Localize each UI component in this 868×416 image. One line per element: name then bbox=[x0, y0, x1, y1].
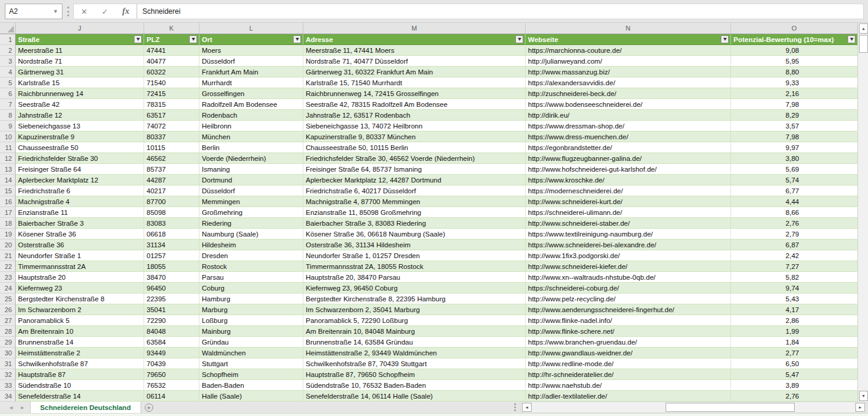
cell[interactable]: Osterstraße 36, 31134 Hildesheim bbox=[303, 240, 526, 250]
cell[interactable]: 63517 bbox=[144, 110, 199, 121]
cell[interactable]: 5,95 bbox=[731, 56, 858, 67]
sheet-tab-active[interactable]: Schneidereien Deutschland bbox=[30, 402, 141, 413]
cell[interactable]: Machnigstraße 4, 87700 Memmingen bbox=[303, 196, 526, 207]
cell[interactable]: https://www.dressman-shop.de/ bbox=[526, 121, 731, 131]
cell[interactable]: 46562 bbox=[144, 153, 199, 164]
filter-dropdown-icon[interactable] bbox=[721, 35, 729, 43]
cell[interactable]: 38470 bbox=[144, 272, 199, 283]
insert-function-icon[interactable]: fx bbox=[123, 7, 130, 16]
vertical-scrollbar[interactable]: ▲ ▼ bbox=[858, 23, 868, 402]
cell[interactable]: http://www.flinke-schere.net/ bbox=[526, 326, 731, 337]
filter-dropdown-icon[interactable] bbox=[293, 35, 301, 43]
cell[interactable]: Halle (Saale) bbox=[199, 391, 303, 402]
cell[interactable]: Loßburg bbox=[199, 315, 303, 326]
cell[interactable]: Mainburg bbox=[199, 326, 303, 337]
row-header[interactable]: 25 bbox=[0, 294, 16, 304]
row-header[interactable]: 9 bbox=[0, 121, 16, 131]
cell[interactable]: Baierbacher Straße 3, 83083 Riedering bbox=[303, 218, 526, 229]
scroll-left-icon[interactable]: ◄ bbox=[522, 403, 532, 412]
cell[interactable]: Machnigstraße 4 bbox=[16, 196, 144, 207]
cell[interactable]: http://www.schneiderei-kiefer.de/ bbox=[526, 261, 731, 272]
cell[interactable]: 18055 bbox=[144, 261, 199, 272]
tab-scrollbar-splitter-handle[interactable] bbox=[514, 402, 521, 413]
cell[interactable]: Grosselfingen bbox=[199, 88, 303, 99]
cell[interactable]: Düsseldorf bbox=[199, 185, 303, 196]
cell[interactable]: 9,08 bbox=[731, 45, 858, 56]
row-header[interactable]: 19 bbox=[0, 229, 16, 240]
cell[interactable]: Berlin bbox=[199, 142, 303, 153]
cell[interactable]: http://www.1fix3.podgorski.de/ bbox=[526, 250, 731, 261]
cell[interactable]: Kösener Straße 36 bbox=[16, 229, 144, 240]
cell[interactable]: Raichbrunnenweg 14, 72415 Grosselfingen bbox=[303, 88, 526, 99]
cell[interactable]: Brunnenstraße 14 bbox=[16, 337, 144, 348]
cell[interactable]: 5,43 bbox=[731, 294, 858, 304]
cell[interactable]: Siebeneichgasse 13 bbox=[16, 121, 144, 131]
cell[interactable]: 2,42 bbox=[731, 250, 858, 261]
cell[interactable]: Heimstättenstraße 2, 93449 Waldmünchen bbox=[303, 348, 526, 358]
row-header[interactable]: 5 bbox=[0, 77, 16, 88]
formula-bar-splitter-handle[interactable] bbox=[67, 7, 70, 16]
cell[interactable]: Südendstraße 10 bbox=[16, 380, 144, 391]
vertical-scrollbar-thumb[interactable] bbox=[859, 35, 868, 53]
cell[interactable]: Am Breitenrain 10 bbox=[16, 326, 144, 337]
cell[interactable]: http://adler-textilatelier.de/ bbox=[526, 391, 731, 402]
cell[interactable]: 35041 bbox=[144, 304, 199, 315]
cell[interactable]: Schopfheim bbox=[199, 369, 303, 380]
cell[interactable]: Gärtnerweg 31, 60322 Frankfurt Am Main bbox=[303, 67, 526, 77]
cell[interactable]: 71540 bbox=[144, 77, 199, 88]
cell[interactable]: Seestraße 42 bbox=[16, 99, 144, 110]
cell[interactable]: Panoramablick 5, 72290 Loßburg bbox=[303, 315, 526, 326]
row-header[interactable]: 14 bbox=[0, 175, 16, 185]
cell[interactable]: 63584 bbox=[144, 337, 199, 348]
cell[interactable]: http://www.flugzeugbanner-galina.de/ bbox=[526, 153, 731, 164]
select-all-corner[interactable] bbox=[0, 23, 16, 34]
row-header[interactable]: 13 bbox=[0, 164, 16, 175]
cell[interactable]: Marburg bbox=[199, 304, 303, 315]
tab-nav-left-icon[interactable]: ◄ bbox=[8, 405, 14, 411]
cell[interactable]: Neundorfer Straße 1, 01257 Dresden bbox=[303, 250, 526, 261]
cell[interactable]: Aplerbecker Marktplatz 12 bbox=[16, 175, 144, 185]
cell[interactable]: Bergstedter Kirchenstraße 8 bbox=[16, 294, 144, 304]
cell[interactable]: 2,76 bbox=[731, 391, 858, 402]
row-header[interactable]: 3 bbox=[0, 56, 16, 67]
cell[interactable]: 5,82 bbox=[731, 272, 858, 283]
row-header[interactable]: 33 bbox=[0, 380, 16, 391]
cell[interactable]: https://egonbrandstetter.de/ bbox=[526, 142, 731, 153]
cell[interactable]: 3,80 bbox=[731, 153, 858, 164]
row-header[interactable]: 32 bbox=[0, 369, 16, 380]
cell[interactable]: Baierbacher Straße 3 bbox=[16, 218, 144, 229]
cell[interactable]: http://www.flinke-nadel.info/ bbox=[526, 315, 731, 326]
cell[interactable]: 2,86 bbox=[731, 315, 858, 326]
cell[interactable]: 9,33 bbox=[731, 77, 858, 88]
row-header[interactable]: 27 bbox=[0, 315, 16, 326]
cell[interactable]: http://www.xn--waltrauds-nhstube-0qb.de/ bbox=[526, 272, 731, 283]
cell[interactable]: 8,29 bbox=[731, 110, 858, 121]
cell[interactable]: Friedrichsfelder Straße 30 bbox=[16, 153, 144, 164]
row-header[interactable]: 7 bbox=[0, 99, 16, 110]
cell[interactable]: Nordstraße 71 bbox=[16, 56, 144, 67]
column-header-N[interactable]: N bbox=[526, 23, 731, 34]
cell[interactable]: 4,44 bbox=[731, 196, 858, 207]
scroll-down-icon[interactable]: ▼ bbox=[859, 391, 868, 401]
cell[interactable]: Südendstraße 10, 76532 Baden-Baden bbox=[303, 380, 526, 391]
cell[interactable]: Chausseestraße 50 bbox=[16, 142, 144, 153]
cell[interactable]: 76532 bbox=[144, 380, 199, 391]
cell[interactable]: http://www.schneiderei-staber.de/ bbox=[526, 218, 731, 229]
cell[interactable]: 80337 bbox=[144, 131, 199, 142]
cell[interactable]: Senefelderstraße 14 bbox=[16, 391, 144, 402]
row-header[interactable]: 21 bbox=[0, 250, 16, 261]
cell[interactable]: Voerde (Niederrhein) bbox=[199, 153, 303, 164]
cell[interactable]: 01257 bbox=[144, 250, 199, 261]
cell[interactable]: Moers bbox=[199, 45, 303, 56]
cell[interactable]: Enzianstraße 11, 85098 Großmehring bbox=[303, 207, 526, 218]
cell[interactable]: Meerstraße 11 bbox=[16, 45, 144, 56]
cell[interactable]: Baden-Baden bbox=[199, 380, 303, 391]
cell[interactable]: Hauptstraße 87, 79650 Schopfheim bbox=[303, 369, 526, 380]
cell[interactable]: 5,69 bbox=[731, 164, 858, 175]
cell[interactable]: https://marchionna-couture.de/ bbox=[526, 45, 731, 56]
cell[interactable]: 40217 bbox=[144, 185, 199, 196]
row-header[interactable]: 28 bbox=[0, 326, 16, 337]
cell[interactable]: Friedrichstraße 6 bbox=[16, 185, 144, 196]
cell[interactable]: 2,77 bbox=[731, 348, 858, 358]
cell[interactable]: Raichbrunnenweg 14 bbox=[16, 88, 144, 99]
